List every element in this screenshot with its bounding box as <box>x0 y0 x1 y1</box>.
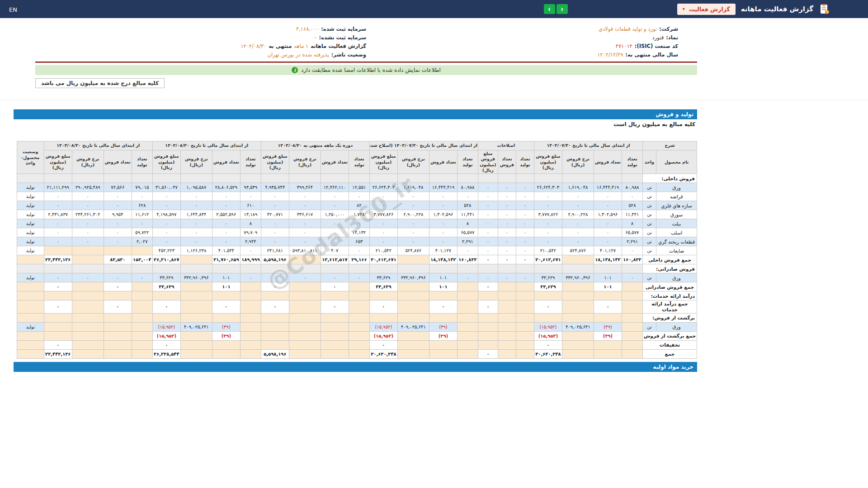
table-cell <box>240 282 261 291</box>
table-cell: ۰ <box>72 219 104 228</box>
table-cell <box>72 349 104 358</box>
info-value: ۲۷۱۰۱۴ <box>616 43 632 49</box>
table-cell: ۰ <box>44 192 72 201</box>
table-cell <box>289 174 321 183</box>
table-cell <box>594 349 622 358</box>
table-cell <box>132 174 152 183</box>
report-type-dropdown-label: گزارش فعالیت <box>689 6 730 13</box>
table-cell: ۴,۹۳۵,۷۴۴ <box>261 183 289 192</box>
table-cell: ۶۵,۵۷۷ <box>622 228 642 237</box>
column-header: تعداد تولید <box>457 150 478 174</box>
column-header: مبلغ فروش (میلیون ریال) <box>152 150 180 174</box>
table-cell: (۱۵,۹۵۲) <box>534 331 562 340</box>
table-cell: ۴۰۱,۵۳۴ <box>212 246 240 255</box>
table-cell <box>457 174 478 183</box>
table-cell: ۳۶,۲۱۰,۸۶۷ <box>152 255 180 264</box>
group-header: از ابتدای سال مالی تا تاریخ ۱۴۰۴/۰۷/۳۰ (… <box>369 141 478 150</box>
table-cell <box>212 340 240 349</box>
table-cell <box>72 300 104 313</box>
table-cell: ۱۱,۴۴۱ <box>457 210 478 219</box>
table-cell: ۰ <box>152 192 180 201</box>
table-cell <box>369 264 397 273</box>
table-cell <box>132 340 152 349</box>
product-name-cell: ورق <box>656 273 697 282</box>
unit-cell: تن <box>642 192 656 201</box>
table-cell <box>240 349 261 358</box>
table-cell <box>44 322 72 331</box>
table-cell: ۰ <box>104 219 132 228</box>
table-cell <box>369 313 397 322</box>
table-cell: ۰ <box>72 201 104 210</box>
table-cell: ۸۰,۹۸۸ <box>622 183 642 192</box>
table-cell: ۱,۶۱۹,۰۴۸ <box>397 183 429 192</box>
unit-cell: تن <box>642 210 656 219</box>
section-label: فروش صادراتی: <box>642 264 697 273</box>
table-cell: ۱۳,۶۱۲,۵۱۷ <box>321 255 349 264</box>
section-label: برگشت از فروش: <box>642 313 697 322</box>
table-cell: ۰ <box>478 237 498 246</box>
table-cell <box>72 282 104 291</box>
table-cell <box>152 291 180 300</box>
table-cell <box>72 313 104 322</box>
table-cell: ۰ <box>152 228 180 237</box>
table-cell: ۰ <box>594 192 622 201</box>
table-cell <box>478 313 498 322</box>
navbar-right-cluster: گزارش فعالیت ماهانه گزارش فعالیت ▾ ‹ › <box>544 4 830 15</box>
column-header: تعداد فروش <box>212 150 240 174</box>
table-cell <box>132 300 152 313</box>
table-cell <box>397 300 429 313</box>
table-cell <box>104 349 132 358</box>
table-cell: ۱۰۱ <box>429 273 457 282</box>
table-cell <box>240 174 261 183</box>
table-cell: ۰ <box>104 192 132 201</box>
info-value: ۱۴۰۴/۰۸/۳۰ <box>241 43 266 49</box>
table-cell <box>562 174 594 183</box>
table-cell: ۰ <box>516 210 534 219</box>
table-cell: ۰ <box>152 237 180 246</box>
table-cell <box>594 174 622 183</box>
table-cell: ۰ <box>478 300 498 313</box>
language-toggle[interactable]: EN <box>9 6 17 13</box>
status-cell <box>17 174 44 183</box>
table-cell: ۳۳,۶۲۹ <box>369 273 397 282</box>
product-name-cell: بیلت <box>656 219 697 228</box>
table-cell: ۰ <box>321 237 349 246</box>
table-cell: ۰ <box>261 282 289 291</box>
column-header: تعداد فروش <box>429 150 457 174</box>
table-cell <box>349 300 369 313</box>
table-cell <box>457 291 478 300</box>
table-cell: ۰ <box>72 228 104 237</box>
prev-report-button[interactable]: ‹ <box>544 4 555 14</box>
table-cell: ۲,۲۹۱ <box>622 237 642 246</box>
table-cell: ۰ <box>397 228 429 237</box>
info-value[interactable]: نورد و تولید قطعات فولادي <box>599 26 657 32</box>
next-report-button[interactable]: › <box>557 4 568 14</box>
table-cell: ۰ <box>369 340 397 349</box>
info-value: ۰ <box>314 34 316 41</box>
report-type-dropdown[interactable]: گزارش فعالیت ▾ <box>677 4 736 15</box>
table-cell: ۰ <box>321 192 349 201</box>
table-cell: ۰ <box>562 192 594 201</box>
info-value: فنورد <box>652 34 664 41</box>
status-cell: تولید <box>17 237 44 246</box>
table-cell <box>212 313 240 322</box>
table-cell: ۰ <box>429 201 457 210</box>
table-cell <box>180 313 212 322</box>
unit-cell: تن <box>642 246 656 255</box>
table-cell: ۰ <box>516 219 534 228</box>
table-cell <box>72 264 104 273</box>
table-cell <box>594 340 622 349</box>
table-cell <box>562 264 594 273</box>
table-cell: ۲,۹۰۰,۲۲۸ <box>562 210 594 219</box>
table-cell: ۵۹,۷۲۲ <box>132 228 152 237</box>
info-row: سال مالی منتهی به:۱۴۰۴/۱۲/۲۹وضعیت ناشر:پ… <box>54 50 678 59</box>
info-value[interactable]: ۱۴۰۴/۱۲/۲۹ <box>597 52 623 58</box>
table-cell <box>261 174 289 183</box>
table-row: ورقتن۸۰,۹۸۸۱۶,۴۴۴,۴۱۹۱,۶۱۹,۰۴۸۲۶,۶۲۴,۳۰۳… <box>17 183 697 192</box>
info-value[interactable]: ۱ ماهه <box>294 43 308 49</box>
info-value[interactable]: ۳,۱۶۸,۰۰۰ <box>296 26 319 32</box>
info-value[interactable]: پذیرفته شده در بورس تهران <box>268 52 329 58</box>
table-cell <box>240 291 261 300</box>
table-cell: ۰ <box>289 273 321 282</box>
table-cell <box>349 264 369 273</box>
